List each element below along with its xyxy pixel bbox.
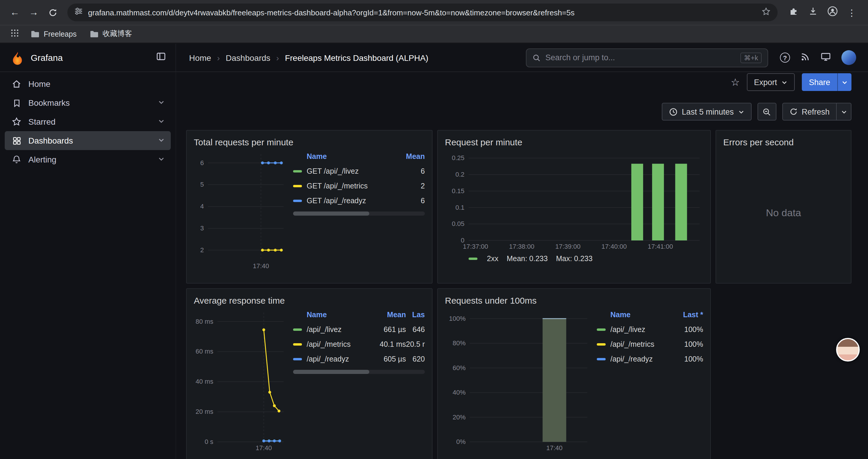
legend-header-mean[interactable]: Mean — [372, 311, 406, 319]
panel-title[interactable]: Request per minute — [445, 134, 703, 150]
legend-header-mean[interactable]: Mean — [393, 153, 425, 161]
svg-text:4: 4 — [200, 203, 204, 210]
share-caret-button[interactable] — [837, 73, 851, 91]
panel-title[interactable]: Errors per second — [723, 134, 844, 150]
forward-button[interactable]: → — [25, 4, 42, 21]
home-icon — [12, 79, 21, 89]
chevron-down-icon[interactable] — [158, 98, 165, 107]
chevron-down-icon[interactable] — [158, 117, 165, 126]
sidebar-item-dashboards[interactable]: Dashboards — [5, 131, 171, 150]
bookmark-star-icon[interactable] — [762, 7, 771, 18]
time-controls: Last 5 minutes Refresh — [186, 103, 851, 121]
svg-text:60%: 60% — [453, 364, 466, 371]
svg-text:0%: 0% — [456, 438, 466, 446]
svg-text:0.1: 0.1 — [455, 204, 464, 211]
legend-table: Name Mean GET /api/_/livez 6 — [293, 150, 425, 277]
series-color-dash — [293, 170, 302, 172]
sidebar-item-home[interactable]: Home — [5, 74, 171, 93]
breadcrumb-home[interactable]: Home — [189, 53, 211, 62]
breadcrumb-dashboards[interactable]: Dashboards — [226, 53, 270, 62]
bookmark-item[interactable]: Freeleaps — [27, 30, 80, 38]
reload-icon — [48, 8, 57, 17]
legend-row[interactable]: /api/_/readyz 100% — [597, 352, 703, 366]
apps-grid-icon[interactable] — [8, 29, 21, 39]
legend-row[interactable]: /api/_/livez 661 µs 646 — [293, 322, 425, 337]
back-button[interactable]: ← — [6, 4, 24, 21]
svg-text:60 ms: 60 ms — [195, 348, 213, 355]
legend-row[interactable]: GET /api/_/metrics 2 — [293, 178, 425, 193]
floating-assistant-avatar[interactable] — [836, 338, 860, 362]
panel-title[interactable]: Total requests per minute — [194, 134, 425, 150]
svg-text:0.05: 0.05 — [452, 220, 464, 227]
legend-header-last[interactable]: Last * — [676, 311, 703, 319]
legend-row[interactable]: GET /api/_/readyz 6 — [293, 193, 425, 208]
search-input[interactable]: Search or jump to... ⌘+k — [526, 48, 768, 67]
favorite-star-icon[interactable]: ☆ — [731, 77, 740, 87]
svg-text:2: 2 — [200, 246, 204, 254]
legend-header-name[interactable]: Name — [610, 311, 676, 319]
breadcrumb-current: Freeleaps Metrics Dashboard (ALPHA) — [285, 53, 428, 62]
chevron-down-icon[interactable] — [158, 136, 165, 145]
svg-text:17:40: 17:40 — [255, 444, 272, 452]
legend-header-name[interactable]: Name — [307, 311, 372, 319]
profile-icon[interactable] — [827, 6, 838, 19]
help-icon[interactable]: ? — [780, 53, 790, 63]
time-range-picker[interactable]: Last 5 minutes — [662, 103, 752, 121]
downloads-icon[interactable] — [808, 6, 818, 18]
refresh-button[interactable]: Refresh — [782, 103, 836, 121]
panel-title[interactable]: Average response time — [194, 292, 425, 308]
sidebar-item-bookmarks[interactable]: Bookmarks — [5, 93, 171, 112]
extensions-icon[interactable] — [789, 6, 799, 18]
refresh-interval-caret[interactable] — [836, 103, 851, 121]
sidebar-item-alerting[interactable]: Alerting — [5, 150, 171, 169]
screen: ← → grafana.mathmast.com/d/deytv4rwavabk… — [0, 0, 868, 459]
user-avatar[interactable] — [841, 50, 856, 65]
svg-text:17:41:00: 17:41:00 — [648, 243, 673, 250]
legend-header-last[interactable]: Las — [406, 311, 425, 319]
svg-text:20%: 20% — [453, 414, 466, 421]
sidebar-item-starred[interactable]: Starred — [5, 112, 171, 131]
chevron-down-icon — [840, 108, 847, 115]
legend-row[interactable]: /api/_/metrics 100% — [597, 337, 703, 352]
chevron-down-icon[interactable] — [158, 155, 165, 164]
legend-row[interactable]: GET /api/_/livez 6 — [293, 164, 425, 178]
request-per-minute-chart: 00.050.10.150.20.2517:37:0017:38:0017:39… — [445, 150, 703, 251]
share-button[interactable]: Share — [802, 73, 837, 91]
legend-scrollbar[interactable] — [293, 370, 425, 374]
svg-text:17:37:00: 17:37:00 — [463, 243, 488, 250]
reload-button[interactable] — [44, 4, 61, 21]
svg-text:17:38:00: 17:38:00 — [509, 243, 534, 250]
dashboard-main: ☆ Export Share Last 5 m — [176, 72, 868, 459]
search-shortcut: ⌘+k — [740, 52, 762, 63]
brand-title: Grafana — [31, 53, 150, 63]
panel-avg-response-time: Average response time 0 s20 ms40 ms60 ms… — [186, 288, 433, 459]
panel-title[interactable]: Requests under 100ms — [445, 292, 703, 308]
export-button[interactable]: Export — [747, 73, 795, 91]
dock-menu-icon[interactable] — [156, 52, 166, 64]
rss-icon[interactable] — [801, 52, 810, 64]
legend-scrollbar[interactable] — [293, 211, 425, 216]
monitor-icon[interactable] — [821, 52, 831, 64]
legend-row[interactable]: /api/_/metrics 40.1 ms 20.5 m — [293, 337, 425, 352]
svg-text:5: 5 — [200, 181, 204, 188]
zoom-out-button[interactable] — [757, 103, 776, 121]
legend-row[interactable]: /api/_/livez 100% — [597, 322, 703, 337]
site-info-icon[interactable] — [74, 7, 83, 18]
toolbar-right: ⋮ — [783, 6, 862, 19]
series-color-dash — [597, 358, 606, 360]
legend-header-name[interactable]: Name — [307, 153, 393, 161]
menu-kebab-icon[interactable]: ⋮ — [847, 8, 856, 17]
svg-text:0 s: 0 s — [205, 438, 213, 446]
chart-legend[interactable]: 2xx Mean: 0.233 Max: 0.233 — [445, 255, 703, 263]
bookmark-item[interactable]: 收藏博客 — [86, 29, 135, 39]
panel-request-per-minute: Request per minute 00.050.10.150.20.2517… — [437, 130, 711, 284]
url-bar[interactable]: grafana.mathmast.com/d/deytv4rwavabkb/fr… — [67, 4, 778, 21]
svg-text:17:40:00: 17:40:00 — [601, 243, 627, 250]
legend-table: Name Last * /api/_/livez 100% — [597, 308, 703, 459]
clock-icon — [669, 107, 678, 116]
svg-text:17:40: 17:40 — [546, 444, 562, 452]
panel-total-requests: Total requests per minute 2345617:40 Nam… — [186, 130, 433, 284]
zoom-out-icon — [762, 107, 771, 116]
svg-text:0.15: 0.15 — [452, 187, 464, 195]
legend-row[interactable]: /api/_/readyz 605 µs 620 — [293, 352, 425, 366]
